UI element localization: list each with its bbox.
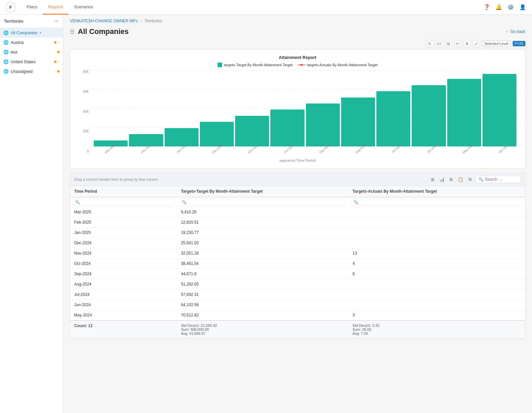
chart-bar-group [94, 70, 128, 146]
cell-target: 6,410.26 [177, 207, 348, 217]
sidebar-item-unassigned[interactable]: 🌐 Unassigned [0, 67, 63, 76]
legend-actuals-label: targets-Actuals By Month-Attainment Targ… [307, 63, 378, 67]
cell-actuals [348, 279, 525, 290]
selected-level-badge: Selected Level [482, 41, 511, 47]
grid-icon[interactable]: ⊞ [445, 40, 452, 47]
cell-period: Jan-2025 [70, 228, 177, 238]
chart-section: Attainment Report targets-Target By Mont… [70, 49, 525, 169]
fy-badge: FY25 [513, 41, 525, 46]
table-row: Oct-202438,461.544 [70, 259, 525, 269]
filter-icon[interactable]: ⚙ [448, 176, 455, 183]
refresh-icon[interactable]: ↻ [426, 40, 434, 47]
app-logo[interactable]: F [5, 2, 16, 13]
cell-target: 51,282.05 [177, 279, 348, 290]
chart-bar-group [270, 70, 304, 146]
page-header: ☰ All Companies ← Go back [63, 26, 532, 40]
chart-bar-group [306, 70, 340, 146]
hamburger-icon[interactable]: ☰ [70, 29, 74, 35]
cell-actuals [348, 207, 525, 217]
download-icon[interactable]: ⬇ [464, 40, 471, 47]
cell-target: 64,102.56 [177, 300, 348, 310]
table-row: Feb-202512,820.51 [70, 217, 525, 228]
cell-target: 32,051.28 [177, 248, 348, 259]
cell-period: Mar-2025 [70, 207, 177, 217]
chart-bar-group [376, 70, 410, 146]
table-footer-row: Count: 12 Std Dev(σ): 21,260.42 Sum: 500… [70, 320, 525, 338]
cell-period: May-2024 [70, 310, 177, 321]
clipboard-icon[interactable]: 📋 [457, 176, 464, 183]
chart-x-axis-title: segments:Time Period [75, 158, 520, 162]
page-title: All Companies [78, 27, 505, 36]
cell-period: Oct-2024 [70, 259, 177, 269]
go-back-button[interactable]: ← Go back [505, 29, 525, 34]
cell-target: 38,461.54 [177, 259, 348, 269]
edit-icon[interactable]: ✏ [454, 40, 462, 47]
top-nav: F Plans Reports Scenarios ❓ 🔔 ⚙️ 👤 [0, 0, 532, 15]
y-label-40k: 40K [83, 110, 89, 113]
nav-plans[interactable]: Plans [21, 0, 43, 15]
tag-icon[interactable]: 🏷 [436, 40, 443, 47]
settings-icon[interactable]: ⚙️ [507, 3, 515, 11]
breadcrumb-current: Territories [144, 19, 162, 23]
cell-period: Jun-2024 [70, 300, 177, 310]
actuals-search[interactable] [351, 199, 522, 205]
breadcrumb-parent[interactable]: VENKATESH-CHANGE OWNER WFs [70, 19, 138, 23]
period-search[interactable] [73, 199, 174, 205]
user-icon[interactable]: 👤 [519, 3, 527, 11]
chart-container: 80K 60K 40K 20K 0 [75, 70, 520, 163]
col-header-period: Time Period [70, 186, 177, 197]
status-dot [54, 41, 57, 44]
help-icon[interactable]: ❓ [483, 3, 491, 11]
sidebar-item-austria[interactable]: 🌐 Austria › [0, 38, 63, 47]
status-dot [57, 70, 60, 73]
test-label: test [11, 50, 56, 55]
sidebar-item-test[interactable]: 🌐 test [0, 47, 63, 57]
chart-icon[interactable]: 📊 [438, 176, 446, 183]
cell-target: 25,641.03 [177, 238, 348, 248]
cell-actuals [348, 290, 525, 300]
table-row: Dec-202425,641.03 [70, 238, 525, 248]
nav-reports[interactable]: Reports [43, 0, 69, 15]
sidebar-item-all-companies[interactable]: 🌐 All Companies ▾ [0, 28, 63, 38]
chart-bar[interactable] [447, 79, 481, 146]
table-row: Jun-202464,102.56 [70, 300, 525, 310]
expand-icon[interactable]: ⤢ [473, 40, 480, 47]
search-input[interactable] [485, 177, 518, 182]
search-box[interactable]: 🔍 [475, 176, 521, 183]
legend-line-icon [298, 63, 305, 67]
breadcrumb-separator: › [140, 19, 142, 23]
target-search[interactable] [180, 199, 346, 205]
cell-actuals [348, 217, 525, 228]
cell-period: Jul-2024 [70, 290, 177, 300]
table-toolbar: Drag a column header here to group by th… [70, 173, 525, 186]
sidebar-more-icon[interactable]: ⋯ [54, 18, 59, 24]
chevron-right-icon: › [59, 60, 60, 64]
legend-target: targets-Target By Month-Attainment Targe… [217, 63, 293, 67]
footer-count: Count: 12 [70, 320, 177, 338]
cell-target: 44,871.8 [177, 269, 348, 279]
drag-hint: Drag a column header here to group by th… [74, 177, 427, 181]
data-table: Time Period Targets-Target By Month-Atta… [70, 186, 525, 338]
cell-target: 57,692.31 [177, 290, 348, 300]
cell-period: Dec-2024 [70, 238, 177, 248]
sidebar: Territories ⋯ 🌐 All Companies ▾ 🌐 Austri… [0, 15, 63, 413]
nav-scenarios[interactable]: Scenarios [68, 0, 98, 15]
chart-title: Attainment Report [75, 55, 520, 60]
col-header-actuals: Targets-Actuals By Month-Attainment Targ… [348, 186, 525, 197]
cell-period: Feb-2025 [70, 217, 177, 228]
status-dot [54, 61, 57, 63]
chart-bar[interactable] [482, 74, 516, 147]
chart-bars-area [90, 70, 520, 146]
table-icon[interactable]: ⊞ [429, 176, 436, 183]
table-row: Mar-20256,410.26 [70, 207, 525, 217]
notifications-icon[interactable]: 🔔 [495, 3, 503, 11]
cell-period: Aug-2024 [70, 279, 177, 290]
copy-icon[interactable]: ⧉ [466, 176, 473, 183]
cell-actuals: 4 [348, 259, 525, 269]
sidebar-item-united-states[interactable]: 🌐 United States › [0, 57, 63, 67]
cell-actuals [348, 228, 525, 238]
chart-bars [90, 70, 520, 146]
search-icon: 🔍 [478, 177, 483, 182]
chevron-right-icon: › [59, 41, 60, 44]
cell-period: Nov-2024 [70, 248, 177, 259]
